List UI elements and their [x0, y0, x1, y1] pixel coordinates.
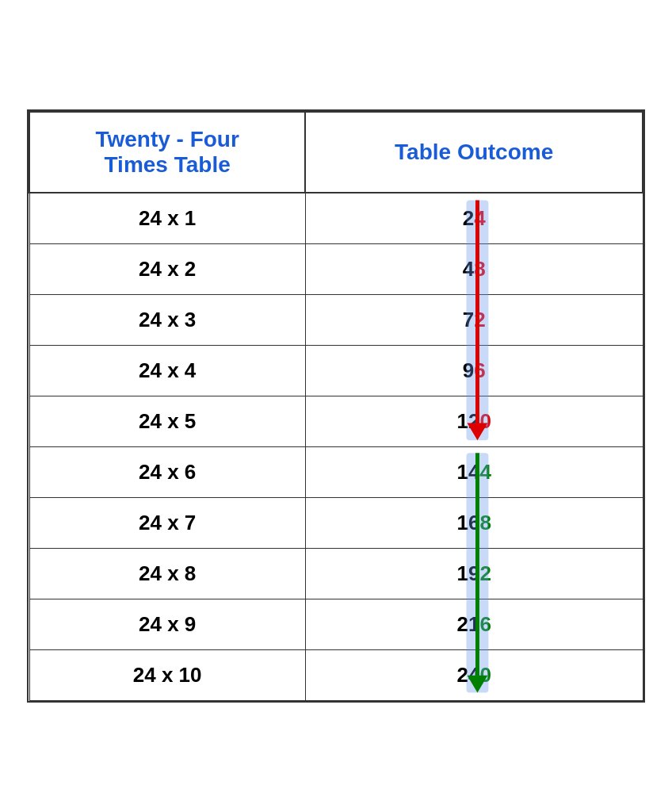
equation-cell: 24 x 6 [29, 447, 305, 498]
equation-cell: 24 x 4 [29, 346, 305, 396]
result-last-digit: 6 [474, 358, 485, 383]
equation-cell: 24 x 10 [29, 650, 305, 701]
result-cell: 72 [305, 295, 643, 346]
result-last-digit: 4 [479, 460, 491, 485]
result-last-digit: 8 [474, 257, 485, 282]
result-cell: 168 [305, 498, 643, 549]
result-cell: 120 [305, 396, 643, 447]
result-main: 24 [456, 663, 479, 688]
result-main: 9 [463, 358, 474, 383]
result-cell: 216 [305, 599, 643, 650]
equation-cell: 24 x 1 [29, 193, 305, 244]
result-last-digit: 4 [474, 206, 485, 231]
times-table-container: Twenty - FourTimes Table Table Outcome 2… [27, 109, 645, 703]
result-cell: 24 [305, 193, 643, 244]
equation-cell: 24 x 7 [29, 498, 305, 549]
equation-cell: 24 x 2 [29, 244, 305, 295]
result-last-digit: 6 [479, 612, 491, 637]
result-cell: 96 [305, 346, 643, 396]
result-last-digit: 2 [479, 561, 491, 586]
equation-cell: 24 x 3 [29, 295, 305, 346]
result-main: 16 [456, 511, 479, 535]
result-last-digit: 2 [474, 308, 485, 332]
equation-cell: 24 x 8 [29, 549, 305, 599]
result-main: 14 [456, 460, 479, 485]
header-col2: Table Outcome [305, 112, 643, 193]
result-last-digit: 8 [479, 511, 491, 535]
result-cell: 192 [305, 549, 643, 599]
result-main: 19 [456, 561, 479, 586]
result-main: 4 [463, 257, 474, 282]
result-cell: 48 [305, 244, 643, 295]
header-col1: Twenty - FourTimes Table [29, 112, 305, 193]
result-main: 2 [463, 206, 474, 231]
equation-cell: 24 x 9 [29, 599, 305, 650]
result-main: 12 [456, 409, 479, 434]
result-last-digit: 0 [479, 663, 491, 688]
result-cell: 144 [305, 447, 643, 498]
result-main: 7 [463, 308, 474, 332]
result-last-digit: 0 [479, 409, 491, 434]
result-main: 21 [456, 612, 479, 637]
equation-cell: 24 x 5 [29, 396, 305, 447]
result-cell: 240 [305, 650, 643, 701]
